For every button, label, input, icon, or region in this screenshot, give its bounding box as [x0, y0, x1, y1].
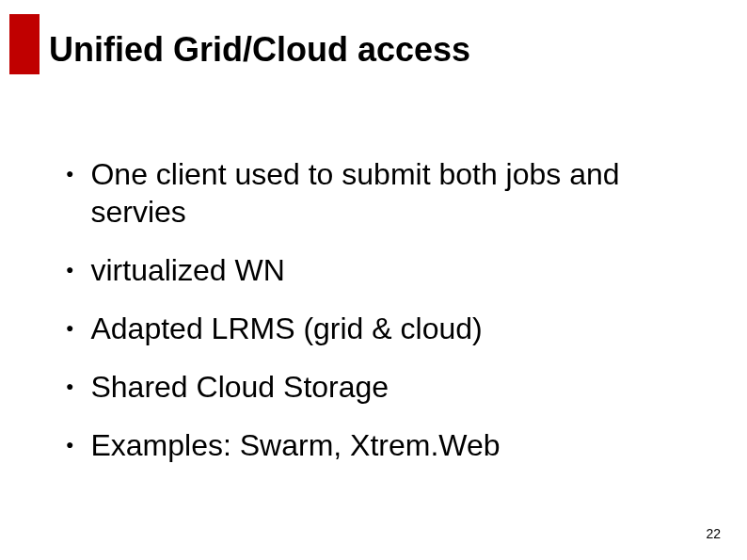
bullet-icon: ●: [66, 155, 73, 191]
slide-title: Unified Grid/Cloud access: [49, 30, 470, 70]
list-item: ● Shared Cloud Storage: [66, 368, 700, 406]
page-number: 22: [706, 526, 721, 541]
bullet-icon: ●: [66, 426, 73, 462]
list-item: ● Examples: Swarm, Xtrem.Web: [66, 426, 700, 464]
list-item: ● virtualized WN: [66, 251, 700, 289]
list-item: ● Adapted LRMS (grid & cloud): [66, 310, 700, 347]
bullet-icon: ●: [66, 310, 73, 345]
bullet-icon: ●: [66, 251, 73, 287]
list-item: ● One client used to submit both jobs an…: [66, 155, 700, 231]
bullet-text: One client used to submit both jobs and …: [90, 155, 700, 231]
bullet-text: virtualized WN: [90, 251, 284, 289]
accent-block: [9, 14, 40, 74]
bullet-list: ● One client used to submit both jobs an…: [66, 155, 700, 485]
bullet-text: Examples: Swarm, Xtrem.Web: [90, 426, 500, 464]
bullet-icon: ●: [66, 368, 73, 404]
bullet-text: Adapted LRMS (grid & cloud): [90, 310, 482, 347]
bullet-text: Shared Cloud Storage: [90, 368, 389, 406]
